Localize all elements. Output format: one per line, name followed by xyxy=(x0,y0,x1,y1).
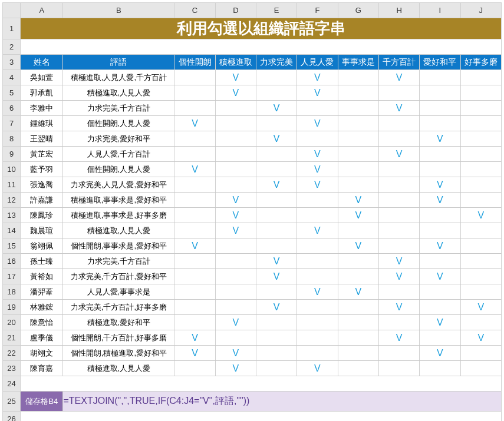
tick-cell[interactable]: V xyxy=(174,330,215,346)
tick-cell[interactable] xyxy=(378,116,419,131)
tick-cell[interactable] xyxy=(460,254,501,269)
tick-cell[interactable] xyxy=(378,131,419,147)
tick-cell[interactable] xyxy=(256,346,297,361)
row-header-10[interactable]: 10 xyxy=(3,162,21,177)
comment-cell[interactable]: 積極進取,事事求是,好事多磨 xyxy=(63,208,174,223)
tick-cell[interactable]: V xyxy=(215,346,256,361)
tick-cell[interactable] xyxy=(215,284,256,300)
tick-cell[interactable] xyxy=(174,70,215,85)
tick-cell[interactable] xyxy=(215,300,256,315)
tick-cell[interactable]: V xyxy=(297,162,338,177)
tick-cell[interactable] xyxy=(378,346,419,361)
tick-cell[interactable] xyxy=(215,269,256,284)
header-trait-4[interactable]: 事事求是 xyxy=(338,55,378,70)
tick-cell[interactable] xyxy=(338,346,378,361)
name-cell[interactable]: 黃芷宏 xyxy=(21,147,63,162)
tick-cell[interactable] xyxy=(174,101,215,116)
row-header-26[interactable]: 26 xyxy=(3,412,21,422)
row-header-2[interactable]: 2 xyxy=(3,39,21,55)
tick-cell[interactable]: V xyxy=(460,208,501,223)
tick-cell[interactable]: V xyxy=(338,238,378,254)
name-cell[interactable]: 許嘉謙 xyxy=(21,193,63,208)
comment-cell[interactable]: 人見人愛,事事求是 xyxy=(63,284,174,300)
tick-cell[interactable] xyxy=(174,177,215,193)
comment-cell[interactable]: 積極進取,人見人愛,千方百計 xyxy=(63,70,174,85)
tick-cell[interactable] xyxy=(420,254,460,269)
tick-cell[interactable] xyxy=(420,147,460,162)
tick-cell[interactable] xyxy=(460,162,501,177)
tick-cell[interactable] xyxy=(174,131,215,147)
tick-cell[interactable] xyxy=(338,300,378,315)
col-header-D[interactable]: D xyxy=(215,3,256,18)
row-header-17[interactable]: 17 xyxy=(3,269,21,284)
tick-cell[interactable]: V xyxy=(378,300,419,315)
row-header-13[interactable]: 13 xyxy=(3,208,21,223)
tick-cell[interactable] xyxy=(460,101,501,116)
tick-cell[interactable]: V xyxy=(297,116,338,131)
tick-cell[interactable]: V xyxy=(420,177,460,193)
tick-cell[interactable] xyxy=(256,85,297,101)
tick-cell[interactable] xyxy=(338,131,378,147)
comment-cell[interactable]: 力求完美,愛好和平 xyxy=(63,131,174,147)
row-header-19[interactable]: 19 xyxy=(3,300,21,315)
tick-cell[interactable] xyxy=(420,208,460,223)
tick-cell[interactable] xyxy=(174,284,215,300)
comment-cell[interactable]: 人見人愛,千方百計 xyxy=(63,147,174,162)
tick-cell[interactable]: V xyxy=(378,70,419,85)
name-cell[interactable]: 潘羿葦 xyxy=(21,284,63,300)
tick-cell[interactable]: V xyxy=(215,85,256,101)
tick-cell[interactable] xyxy=(256,147,297,162)
tick-cell[interactable] xyxy=(460,223,501,238)
comment-cell[interactable]: 積極進取,人見人愛 xyxy=(63,361,174,376)
row-header-7[interactable]: 7 xyxy=(3,116,21,131)
tick-cell[interactable] xyxy=(256,116,297,131)
tick-cell[interactable] xyxy=(460,193,501,208)
tick-cell[interactable]: V xyxy=(378,147,419,162)
tick-cell[interactable] xyxy=(420,361,460,376)
header-name[interactable]: 姓名 xyxy=(21,55,63,70)
tick-cell[interactable]: V xyxy=(256,131,297,147)
row-header-6[interactable]: 6 xyxy=(3,101,21,116)
tick-cell[interactable]: V xyxy=(420,346,460,361)
name-cell[interactable]: 陳鳳珍 xyxy=(21,208,63,223)
row-header-12[interactable]: 12 xyxy=(3,193,21,208)
tick-cell[interactable]: V xyxy=(215,208,256,223)
comment-cell[interactable]: 力求完美,千方百計,好事多磨 xyxy=(63,300,174,315)
tick-cell[interactable]: V xyxy=(378,101,419,116)
tick-cell[interactable] xyxy=(215,254,256,269)
row-header-14[interactable]: 14 xyxy=(3,223,21,238)
tick-cell[interactable]: V xyxy=(215,193,256,208)
tick-cell[interactable] xyxy=(378,361,419,376)
tick-cell[interactable]: V xyxy=(338,208,378,223)
tick-cell[interactable]: V xyxy=(460,300,501,315)
tick-cell[interactable] xyxy=(297,131,338,147)
tick-cell[interactable] xyxy=(297,238,338,254)
tick-cell[interactable] xyxy=(297,330,338,346)
name-cell[interactable]: 藍予羽 xyxy=(21,162,63,177)
tick-cell[interactable] xyxy=(256,315,297,330)
tick-cell[interactable] xyxy=(297,254,338,269)
row-header-24[interactable]: 24 xyxy=(3,376,21,392)
tick-cell[interactable] xyxy=(460,346,501,361)
tick-cell[interactable]: V xyxy=(174,238,215,254)
tick-cell[interactable] xyxy=(420,116,460,131)
tick-cell[interactable]: V xyxy=(174,162,215,177)
tick-cell[interactable] xyxy=(460,131,501,147)
tick-cell[interactable] xyxy=(297,300,338,315)
tick-cell[interactable] xyxy=(378,208,419,223)
tick-cell[interactable] xyxy=(256,330,297,346)
tick-cell[interactable] xyxy=(378,162,419,177)
tick-cell[interactable] xyxy=(338,147,378,162)
comment-cell[interactable]: 力求完美,千方百計 xyxy=(63,254,174,269)
tick-cell[interactable]: V xyxy=(297,147,338,162)
comment-cell[interactable]: 個性開朗,事事求是,愛好和平 xyxy=(63,238,174,254)
tick-cell[interactable] xyxy=(215,162,256,177)
tick-cell[interactable] xyxy=(460,284,501,300)
comment-cell[interactable]: 積極進取,事事求是,愛好和平 xyxy=(63,193,174,208)
row-header-11[interactable]: 11 xyxy=(3,177,21,193)
tick-cell[interactable] xyxy=(256,70,297,85)
row-header-18[interactable]: 18 xyxy=(3,284,21,300)
col-header-E[interactable]: E xyxy=(256,3,297,18)
tick-cell[interactable] xyxy=(256,193,297,208)
col-header-H[interactable]: H xyxy=(378,3,419,18)
